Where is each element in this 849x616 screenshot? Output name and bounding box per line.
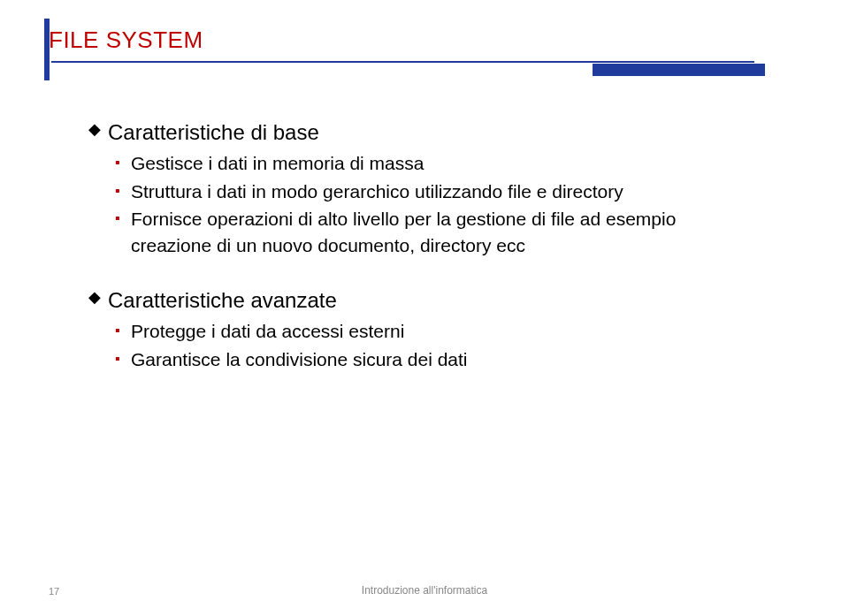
- content: ◆ Caratteristiche di base ▪ Gestisce i d…: [88, 118, 756, 372]
- diamond-bullet-icon: ◆: [88, 286, 108, 308]
- item-text: Garantisce la condivisione sicura dei da…: [131, 346, 468, 372]
- square-bullet-icon: ▪: [115, 346, 131, 369]
- bullet-list: ▪ Gestisce i dati in memoria di massa ▪ …: [115, 150, 756, 258]
- square-bullet-icon: ▪: [115, 179, 131, 201]
- bullet-list: ▪ Protegge i dati da accessi esterni ▪ G…: [115, 318, 756, 372]
- square-bullet-icon: ▪: [115, 318, 131, 340]
- item-text: Gestisce i dati in memoria di massa: [131, 150, 424, 176]
- diamond-bullet-icon: ◆: [88, 118, 108, 140]
- slide: FILE SYSTEM ◆ Caratteristiche di base ▪ …: [0, 0, 849, 616]
- square-bullet-icon: ▪: [115, 206, 131, 228]
- list-item: ▪ Protegge i dati da accessi esterni: [115, 318, 756, 344]
- section-heading: ◆ Caratteristiche di base: [88, 118, 756, 147]
- square-bullet-icon: ▪: [115, 150, 131, 172]
- list-item: ▪ Fornisce operazioni di alto livello pe…: [115, 206, 756, 258]
- title-rule: [44, 59, 809, 79]
- item-text: Struttura i dati in modo gerarchico util…: [131, 179, 623, 204]
- heading-text: Caratteristiche di base: [108, 118, 319, 147]
- item-text: Protegge i dati da accessi esterni: [131, 318, 404, 344]
- section-heading: ◆ Caratteristiche avanzate: [88, 286, 756, 315]
- rule-vertical: [44, 19, 50, 80]
- rule-horizontal: [51, 61, 754, 63]
- heading-text: Caratteristiche avanzate: [108, 286, 337, 315]
- footer-text: Introduzione all'informatica: [0, 584, 849, 597]
- rule-block: [593, 64, 765, 76]
- item-text: Fornisce operazioni di alto livello per …: [131, 206, 732, 258]
- list-item: ▪ Garantisce la condivisione sicura dei …: [115, 346, 756, 372]
- slide-title: FILE SYSTEM: [49, 27, 809, 54]
- list-item: ▪ Gestisce i dati in memoria di massa: [115, 150, 756, 176]
- list-item: ▪ Struttura i dati in modo gerarchico ut…: [115, 179, 756, 204]
